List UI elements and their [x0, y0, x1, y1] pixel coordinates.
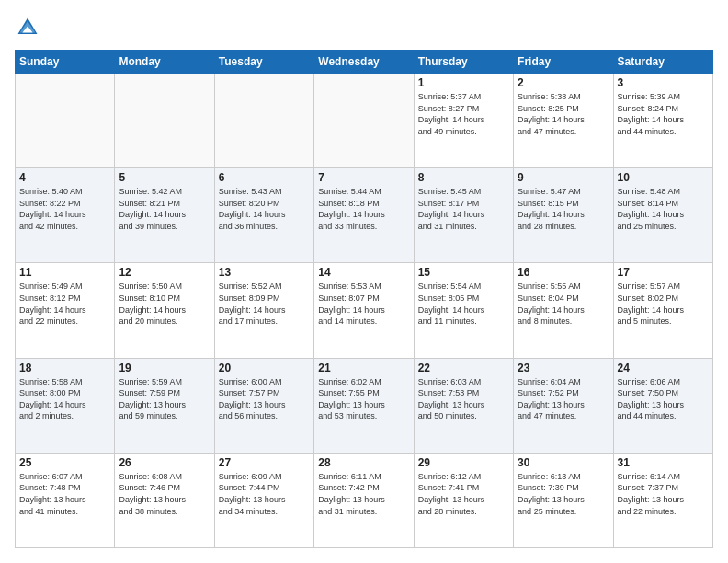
- week-row-5: 25Sunrise: 6:07 AMSunset: 7:48 PMDayligh…: [16, 453, 713, 547]
- day-cell: 28Sunrise: 6:11 AMSunset: 7:42 PMDayligh…: [314, 453, 414, 547]
- logo: [15, 15, 44, 40]
- day-cell: [16, 74, 115, 168]
- col-header-tuesday: Tuesday: [214, 51, 313, 74]
- day-cell: 7Sunrise: 5:44 AMSunset: 8:18 PMDaylight…: [314, 168, 414, 263]
- day-number: 6: [219, 171, 310, 184]
- day-info: Sunrise: 6:07 AMSunset: 7:48 PMDaylight:…: [19, 471, 110, 517]
- day-cell: 9Sunrise: 5:47 AMSunset: 8:15 PMDaylight…: [514, 168, 613, 263]
- day-cell: [214, 74, 313, 168]
- day-cell: 1Sunrise: 5:37 AMSunset: 8:27 PMDaylight…: [414, 74, 513, 168]
- header-row: SundayMondayTuesdayWednesdayThursdayFrid…: [16, 51, 713, 74]
- day-info: Sunrise: 6:08 AMSunset: 7:46 PMDaylight:…: [119, 471, 210, 517]
- day-info: Sunrise: 5:59 AMSunset: 7:59 PMDaylight:…: [119, 376, 210, 422]
- day-cell: 2Sunrise: 5:38 AMSunset: 8:25 PMDaylight…: [514, 74, 613, 168]
- day-cell: 27Sunrise: 6:09 AMSunset: 7:44 PMDayligh…: [214, 453, 313, 547]
- day-number: 23: [518, 362, 609, 374]
- day-info: Sunrise: 5:42 AMSunset: 8:21 PMDaylight:…: [119, 186, 210, 232]
- day-cell: 13Sunrise: 5:52 AMSunset: 8:09 PMDayligh…: [214, 263, 313, 358]
- col-header-sunday: Sunday: [16, 51, 115, 74]
- day-number: 1: [418, 76, 509, 89]
- day-cell: 25Sunrise: 6:07 AMSunset: 7:48 PMDayligh…: [16, 453, 115, 547]
- logo-icon: [15, 15, 40, 40]
- day-info: Sunrise: 5:45 AMSunset: 8:17 PMDaylight:…: [418, 186, 509, 232]
- day-info: Sunrise: 5:47 AMSunset: 8:15 PMDaylight:…: [518, 186, 609, 232]
- day-cell: 17Sunrise: 5:57 AMSunset: 8:02 PMDayligh…: [613, 263, 712, 358]
- day-number: 19: [119, 362, 210, 374]
- day-cell: 23Sunrise: 6:04 AMSunset: 7:52 PMDayligh…: [514, 358, 613, 453]
- day-cell: 30Sunrise: 6:13 AMSunset: 7:39 PMDayligh…: [514, 453, 613, 547]
- day-info: Sunrise: 5:54 AMSunset: 8:05 PMDaylight:…: [418, 281, 509, 327]
- day-number: 4: [19, 171, 110, 184]
- day-info: Sunrise: 6:09 AMSunset: 7:44 PMDaylight:…: [219, 471, 310, 517]
- calendar-table: SundayMondayTuesdayWednesdayThursdayFrid…: [15, 50, 713, 548]
- day-cell: 11Sunrise: 5:49 AMSunset: 8:12 PMDayligh…: [16, 263, 115, 358]
- day-cell: 3Sunrise: 5:39 AMSunset: 8:24 PMDaylight…: [613, 74, 712, 168]
- col-header-wednesday: Wednesday: [314, 51, 414, 74]
- day-info: Sunrise: 5:48 AMSunset: 8:14 PMDaylight:…: [618, 186, 709, 232]
- week-row-3: 11Sunrise: 5:49 AMSunset: 8:12 PMDayligh…: [16, 263, 713, 358]
- day-cell: 8Sunrise: 5:45 AMSunset: 8:17 PMDaylight…: [414, 168, 513, 263]
- day-cell: 10Sunrise: 5:48 AMSunset: 8:14 PMDayligh…: [613, 168, 712, 263]
- day-info: Sunrise: 5:40 AMSunset: 8:22 PMDaylight:…: [19, 186, 110, 232]
- day-cell: 22Sunrise: 6:03 AMSunset: 7:53 PMDayligh…: [414, 358, 513, 453]
- day-number: 16: [518, 266, 609, 279]
- day-cell: 4Sunrise: 5:40 AMSunset: 8:22 PMDaylight…: [16, 168, 115, 263]
- day-cell: [314, 74, 414, 168]
- day-info: Sunrise: 6:00 AMSunset: 7:57 PMDaylight:…: [219, 376, 310, 422]
- day-cell: [115, 74, 214, 168]
- day-info: Sunrise: 6:13 AMSunset: 7:39 PMDaylight:…: [518, 471, 609, 517]
- day-number: 31: [618, 456, 709, 469]
- day-number: 12: [119, 266, 210, 279]
- day-number: 15: [418, 266, 509, 279]
- day-info: Sunrise: 5:44 AMSunset: 8:18 PMDaylight:…: [318, 186, 409, 232]
- day-info: Sunrise: 5:37 AMSunset: 8:27 PMDaylight:…: [418, 91, 509, 137]
- day-number: 28: [318, 456, 409, 469]
- day-info: Sunrise: 5:58 AMSunset: 8:00 PMDaylight:…: [19, 376, 110, 422]
- day-info: Sunrise: 6:14 AMSunset: 7:37 PMDaylight:…: [618, 471, 709, 517]
- day-number: 18: [19, 362, 110, 374]
- day-cell: 15Sunrise: 5:54 AMSunset: 8:05 PMDayligh…: [414, 263, 513, 358]
- day-number: 2: [518, 76, 609, 89]
- day-cell: 18Sunrise: 5:58 AMSunset: 8:00 PMDayligh…: [16, 358, 115, 453]
- day-number: 29: [418, 456, 509, 469]
- day-cell: 6Sunrise: 5:43 AMSunset: 8:20 PMDaylight…: [214, 168, 313, 263]
- day-number: 8: [418, 171, 509, 184]
- day-info: Sunrise: 5:38 AMSunset: 8:25 PMDaylight:…: [518, 91, 609, 137]
- day-number: 21: [318, 362, 409, 374]
- day-number: 7: [318, 171, 409, 184]
- day-cell: 5Sunrise: 5:42 AMSunset: 8:21 PMDaylight…: [115, 168, 214, 263]
- day-cell: 24Sunrise: 6:06 AMSunset: 7:50 PMDayligh…: [613, 358, 712, 453]
- week-row-4: 18Sunrise: 5:58 AMSunset: 8:00 PMDayligh…: [16, 358, 713, 453]
- week-row-1: 1Sunrise: 5:37 AMSunset: 8:27 PMDaylight…: [16, 74, 713, 168]
- day-number: 3: [618, 76, 709, 89]
- day-info: Sunrise: 6:03 AMSunset: 7:53 PMDaylight:…: [418, 376, 509, 422]
- day-info: Sunrise: 5:55 AMSunset: 8:04 PMDaylight:…: [518, 281, 609, 327]
- day-cell: 12Sunrise: 5:50 AMSunset: 8:10 PMDayligh…: [115, 263, 214, 358]
- day-number: 14: [318, 266, 409, 279]
- day-number: 24: [618, 362, 709, 374]
- day-info: Sunrise: 5:43 AMSunset: 8:20 PMDaylight:…: [219, 186, 310, 232]
- day-info: Sunrise: 5:50 AMSunset: 8:10 PMDaylight:…: [119, 281, 210, 327]
- day-info: Sunrise: 5:57 AMSunset: 8:02 PMDaylight:…: [618, 281, 709, 327]
- header: [15, 15, 713, 40]
- day-cell: 31Sunrise: 6:14 AMSunset: 7:37 PMDayligh…: [613, 453, 712, 547]
- day-info: Sunrise: 6:02 AMSunset: 7:55 PMDaylight:…: [318, 376, 409, 422]
- day-number: 26: [119, 456, 210, 469]
- day-info: Sunrise: 6:04 AMSunset: 7:52 PMDaylight:…: [518, 376, 609, 422]
- day-number: 20: [219, 362, 310, 374]
- page: SundayMondayTuesdayWednesdayThursdayFrid…: [0, 0, 728, 563]
- day-number: 11: [19, 266, 110, 279]
- day-number: 5: [119, 171, 210, 184]
- col-header-saturday: Saturday: [613, 51, 712, 74]
- day-info: Sunrise: 5:53 AMSunset: 8:07 PMDaylight:…: [318, 281, 409, 327]
- day-info: Sunrise: 6:12 AMSunset: 7:41 PMDaylight:…: [418, 471, 509, 517]
- day-number: 13: [219, 266, 310, 279]
- day-cell: 16Sunrise: 5:55 AMSunset: 8:04 PMDayligh…: [514, 263, 613, 358]
- day-info: Sunrise: 5:52 AMSunset: 8:09 PMDaylight:…: [219, 281, 310, 327]
- day-cell: 26Sunrise: 6:08 AMSunset: 7:46 PMDayligh…: [115, 453, 214, 547]
- day-cell: 14Sunrise: 5:53 AMSunset: 8:07 PMDayligh…: [314, 263, 414, 358]
- day-number: 10: [618, 171, 709, 184]
- day-number: 27: [219, 456, 310, 469]
- col-header-monday: Monday: [115, 51, 214, 74]
- day-cell: 19Sunrise: 5:59 AMSunset: 7:59 PMDayligh…: [115, 358, 214, 453]
